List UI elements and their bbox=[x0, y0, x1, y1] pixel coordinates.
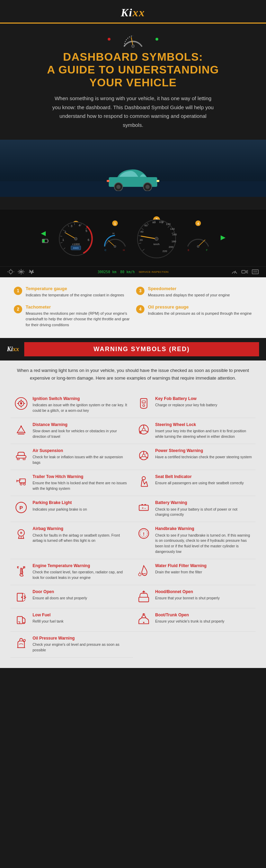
warning-intro: When a red warning light turns on in you… bbox=[0, 361, 266, 388]
temp-fuel-gauges: 1 C H H bbox=[103, 220, 127, 255]
warning-desc-powersteering: Have a certified technician check the po… bbox=[155, 454, 252, 460]
warning-title-handbrake: Handbrake Warning bbox=[155, 526, 252, 532]
warning-icon-enginetemp bbox=[14, 563, 28, 578]
sun-icon bbox=[7, 269, 15, 275]
warning-desc-handbrake: Check to see if your handbrake is turned… bbox=[155, 533, 252, 555]
fan-icon bbox=[28, 269, 35, 275]
svg-text:P: P bbox=[19, 505, 23, 511]
svg-text:60: 60 bbox=[144, 224, 148, 227]
gauge-icon bbox=[121, 31, 145, 48]
hero-title: DASHBOARD SYMBOLS: A GUIDE TO UNDERSTAND… bbox=[14, 51, 252, 89]
warning-title-parkingbrake: Parking Brake Light bbox=[33, 500, 87, 506]
svg-rect-105 bbox=[17, 458, 19, 460]
svg-text:!: ! bbox=[143, 531, 144, 537]
warning-item-enginetemp: Engine Temperature Warning Check the coo… bbox=[10, 559, 133, 585]
car-svg bbox=[105, 167, 161, 191]
svg-text:6: 6 bbox=[88, 238, 89, 242]
svg-rect-123 bbox=[141, 504, 143, 505]
svg-point-75 bbox=[9, 270, 12, 274]
warning-item-airbag: Airbag Warning Check for faults in the a… bbox=[10, 522, 133, 559]
warning-icon-lowfuel bbox=[14, 613, 28, 627]
warning-text-oilpressure: Oil Pressure Warning Check your engine's… bbox=[33, 636, 130, 653]
svg-point-1 bbox=[132, 45, 134, 47]
warning-title-dooropen: Door Open bbox=[33, 589, 87, 595]
warning-desc-oilpressure: Check your engine's oil level and pressu… bbox=[33, 642, 130, 653]
warning-text-trunkopen: Boot/Trunk Open Ensure your vehicle's tr… bbox=[155, 613, 224, 624]
battery-indicator-icon bbox=[42, 237, 48, 244]
car-body bbox=[105, 167, 161, 192]
warning-icon-dooropen bbox=[14, 589, 28, 604]
warning-desc-hoodopen: Ensure that your bonnet is shut properly bbox=[155, 596, 220, 601]
info-text-3: Speedometer Measures and displays the sp… bbox=[148, 286, 230, 298]
indicator-bar: 300250 km 80 km/h SERVICE INSPECTION bbox=[0, 267, 266, 277]
warning-title-airsuspension: Air Suspension bbox=[33, 448, 130, 454]
dashboard-info-grid: 1 Temperature gauge Indicates the temper… bbox=[14, 286, 252, 328]
svg-point-67 bbox=[155, 237, 158, 241]
warning-item-steering: Steering Wheel Lock Insert your key into… bbox=[133, 418, 256, 444]
svg-rect-106 bbox=[23, 458, 25, 460]
svg-marker-74 bbox=[221, 235, 225, 240]
svg-line-86 bbox=[246, 270, 248, 271]
svg-rect-89 bbox=[252, 270, 258, 274]
warning-text-parkingbrake: Parking Brake Light Indicates your parki… bbox=[33, 500, 87, 512]
svg-line-88 bbox=[246, 272, 248, 273]
warning-desc-dooropen: Ensure all doors are shut properly bbox=[33, 596, 87, 601]
warning-title-airbag: Airbag Warning bbox=[33, 526, 130, 532]
svg-text:100: 100 bbox=[159, 220, 164, 224]
warning-item-battery: + - Battery Warning Check to see if your… bbox=[133, 496, 256, 522]
snowflake-icon bbox=[17, 269, 25, 275]
info-item-2: 2 Tachometer Measures the revolutions pe… bbox=[14, 304, 130, 328]
svg-line-72 bbox=[198, 240, 205, 246]
svg-text:4: 4 bbox=[197, 222, 199, 225]
warning-item-lowfuel: Low Fuel Refill your fuel tank bbox=[10, 608, 133, 632]
info-desc-3: Measures and displays the speed of your … bbox=[148, 292, 230, 298]
warning-desc-keyfob: Charge or replace your key fob battery bbox=[155, 402, 217, 408]
info-number-4: 4 bbox=[136, 305, 144, 313]
warning-desc-distance: Slow down and look for vehicles or obsta… bbox=[33, 428, 130, 440]
warning-title-distance: Distance Warning bbox=[33, 422, 130, 428]
warning-item-powersteering: Power Steering Warning Have a certified … bbox=[133, 444, 256, 470]
svg-text:200: 200 bbox=[169, 245, 174, 249]
svg-point-96 bbox=[143, 404, 145, 406]
warning-icon-steering bbox=[136, 422, 151, 437]
svg-point-4 bbox=[116, 185, 121, 189]
svg-text:1: 1 bbox=[114, 222, 116, 225]
right-arrow-icon bbox=[217, 235, 225, 240]
warning-text-ignition: Ignition Switch Warning Indicates an iss… bbox=[33, 396, 130, 414]
warning-text-keyfob: Key Fob Battery Low Charge or replace yo… bbox=[155, 396, 217, 408]
warning-icon-trunkopen bbox=[136, 613, 151, 627]
warning-item-parkingbrake: P Parking Brake Light Indicates your par… bbox=[10, 496, 133, 522]
warning-text-hoodopen: Hood/Bonnet Open Ensure that your bonnet… bbox=[155, 589, 220, 601]
svg-point-97 bbox=[20, 425, 22, 427]
svg-point-108 bbox=[142, 454, 145, 457]
warning-title: WARNING SYMBOLS (RED) bbox=[94, 346, 190, 353]
oil-fuel-svg: 4 E F bbox=[186, 220, 210, 255]
info-item-3: 3 Speedometer Measures and displays the … bbox=[136, 286, 252, 298]
svg-rect-8 bbox=[107, 180, 109, 182]
warning-item-dooropen: Door Open Ensure all doors are shut prop… bbox=[10, 585, 133, 608]
warning-title-oilpressure: Oil Pressure Warning bbox=[33, 636, 130, 641]
warning-text-dooropen: Door Open Ensure all doors are shut prop… bbox=[33, 589, 87, 601]
indicators-right bbox=[217, 235, 225, 240]
info-item-4: 4 Oil pressure gauge Indicates the oil p… bbox=[136, 304, 252, 328]
svg-point-73 bbox=[197, 245, 199, 248]
svg-point-136 bbox=[21, 597, 23, 598]
svg-marker-9 bbox=[41, 231, 46, 236]
warning-text-steering: Steering Wheel Lock Insert your key into… bbox=[155, 422, 252, 440]
warning-icon-oilpressure bbox=[14, 636, 28, 650]
warning-header: Kixx WARNING SYMBOLS (RED) bbox=[0, 338, 266, 361]
warning-icon-handbrake: ! bbox=[136, 526, 151, 541]
svg-point-140 bbox=[143, 622, 144, 623]
oil-fuel-gauges: 4 E F bbox=[186, 220, 210, 255]
warning-item-handbrake: ! Handbrake Warning Check to see if your… bbox=[133, 522, 256, 559]
svg-text:4WD: 4WD bbox=[73, 246, 79, 250]
warning-item-distance: Distance Warning Slow down and look for … bbox=[10, 418, 133, 444]
svg-text:140: 140 bbox=[170, 227, 175, 231]
warning-text-enginetemp: Engine Temperature Warning Check the coo… bbox=[33, 563, 130, 581]
warning-text-handbrake: Handbrake Warning Check to see if your h… bbox=[155, 526, 252, 555]
info-item-1: 1 Temperature gauge Indicates the temper… bbox=[14, 286, 130, 298]
svg-text:×1000: ×1000 bbox=[72, 243, 80, 246]
warning-text-seatbelt: Seat Belt Indicator Ensure all passenger… bbox=[155, 474, 244, 486]
svg-line-21 bbox=[74, 223, 74, 225]
info-number-2: 2 bbox=[14, 305, 22, 313]
